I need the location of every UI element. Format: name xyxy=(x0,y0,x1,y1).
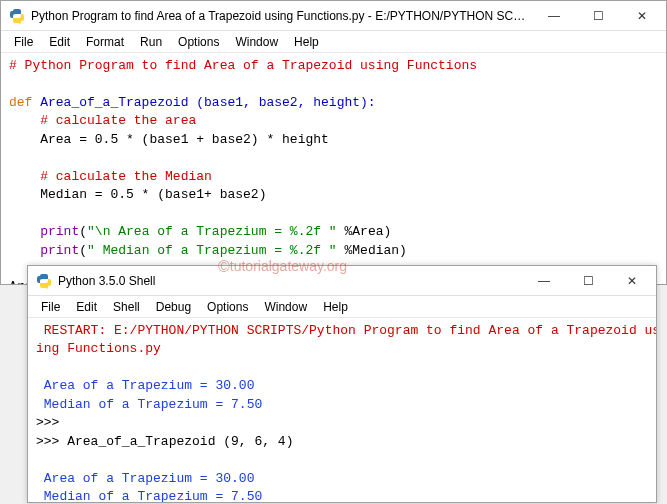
code-line: Area = 0.5 * (base1 + base2) * height xyxy=(9,132,329,147)
shell-output: Median of a Trapezium = 7.50 xyxy=(36,397,262,412)
shell-restart: RESTART: E:/PYTHON/PYTHON SCRIPTS/Python… xyxy=(36,323,656,338)
code-comment: # calculate the Median xyxy=(9,169,212,184)
menu-file[interactable]: File xyxy=(34,298,67,316)
code-keyword-def: def xyxy=(9,95,32,110)
shell-window: Python 3.5.0 Shell — ☐ ✕ File Edit Shell… xyxy=(27,265,657,503)
maximize-button[interactable]: ☐ xyxy=(566,267,610,295)
close-button[interactable]: ✕ xyxy=(620,2,664,30)
menu-options[interactable]: Options xyxy=(171,33,226,51)
menu-run[interactable]: Run xyxy=(133,33,169,51)
maximize-button[interactable]: ☐ xyxy=(576,2,620,30)
shell-prompt: >>> xyxy=(36,415,67,430)
menu-format[interactable]: Format xyxy=(79,33,131,51)
code-string: " Median of a Trapezium = %.2f " xyxy=(87,243,337,258)
menu-debug[interactable]: Debug xyxy=(149,298,198,316)
minimize-button[interactable]: — xyxy=(522,267,566,295)
shell-content[interactable]: RESTART: E:/PYTHON/PYTHON SCRIPTS/Python… xyxy=(28,318,656,502)
menu-edit[interactable]: Edit xyxy=(69,298,104,316)
code-builtin-print: print xyxy=(9,243,79,258)
shell-menubar: File Edit Shell Debug Options Window Hel… xyxy=(28,296,656,318)
code-paren: ( xyxy=(79,224,87,239)
menu-shell[interactable]: Shell xyxy=(106,298,147,316)
shell-title: Python 3.5.0 Shell xyxy=(58,274,522,288)
menu-help[interactable]: Help xyxy=(287,33,326,51)
shell-prompt: >>> xyxy=(36,434,67,449)
code-string: "\n Area of a Trapezium = %.2f " xyxy=(87,224,337,239)
code-rest: %Area) xyxy=(337,224,392,239)
menu-edit[interactable]: Edit xyxy=(42,33,77,51)
code-rest: %Median) xyxy=(337,243,407,258)
editor-content[interactable]: # Python Program to find Area of a Trape… xyxy=(1,53,666,284)
code-line: Median = 0.5 * (base1+ base2) xyxy=(9,187,266,202)
code-comment: # Python Program to find Area of a Trape… xyxy=(9,58,477,73)
menu-file[interactable]: File xyxy=(7,33,40,51)
code-builtin-print: print xyxy=(9,224,79,239)
editor-window: Python Program to find Area of a Trapezo… xyxy=(0,0,667,285)
shell-output: Area of a Trapezium = 30.00 xyxy=(36,378,254,393)
shell-titlebar[interactable]: Python 3.5.0 Shell — ☐ ✕ xyxy=(28,266,656,296)
shell-input: Area_of_a_Trapezoid (9, 6, 4) xyxy=(67,434,293,449)
code-comment: # calculate the area xyxy=(9,113,196,128)
code-paren: ( xyxy=(79,243,87,258)
menu-help[interactable]: Help xyxy=(316,298,355,316)
python-icon xyxy=(9,8,25,24)
menu-window[interactable]: Window xyxy=(257,298,314,316)
code-func-signature: Area_of_a_Trapezoid (base1, base2, heigh… xyxy=(32,95,375,110)
menu-window[interactable]: Window xyxy=(228,33,285,51)
minimize-button[interactable]: — xyxy=(532,2,576,30)
editor-title: Python Program to find Area of a Trapezo… xyxy=(31,9,532,23)
shell-window-controls: — ☐ ✕ xyxy=(522,267,654,295)
python-icon xyxy=(36,273,52,289)
editor-titlebar[interactable]: Python Program to find Area of a Trapezo… xyxy=(1,1,666,31)
editor-menubar: File Edit Format Run Options Window Help xyxy=(1,31,666,53)
shell-output: Area of a Trapezium = 30.00 xyxy=(36,471,254,486)
close-button[interactable]: ✕ xyxy=(610,267,654,295)
shell-restart: ing Functions.py xyxy=(36,341,161,356)
menu-options[interactable]: Options xyxy=(200,298,255,316)
shell-output: Median of a Trapezium = 7.50 xyxy=(36,489,262,502)
editor-window-controls: — ☐ ✕ xyxy=(532,2,664,30)
